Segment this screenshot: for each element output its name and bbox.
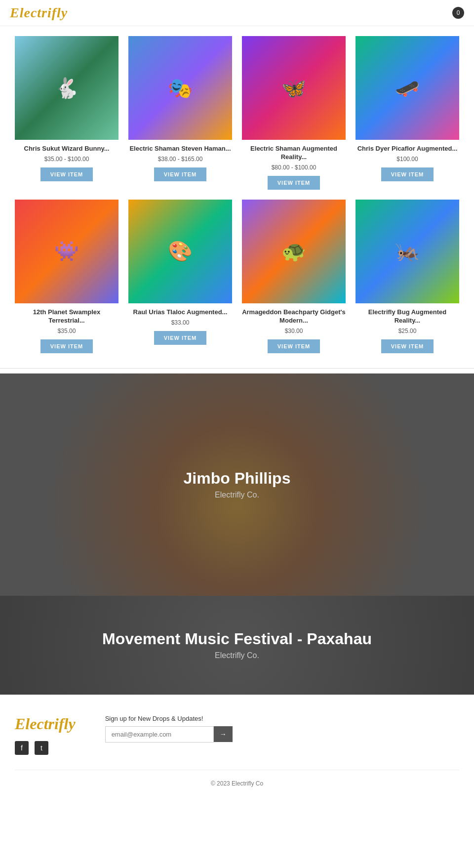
product-price: $38.00 - $165.00: [158, 156, 203, 163]
product-price: $100.00: [396, 156, 418, 163]
product-price: $30.00: [285, 328, 303, 334]
footer-logo: Electrifly: [15, 715, 76, 733]
view-item-button[interactable]: VIEW ITEM: [40, 167, 93, 181]
product-image-placeholder: 🦋: [242, 36, 346, 140]
products-section: 🐇 Chris Sukut Wizard Bunny... $35.00 - $…: [0, 26, 474, 363]
footer-top: Electrifly f t Sign up for New Drops & U…: [15, 715, 459, 755]
cart-badge[interactable]: 0: [452, 7, 464, 19]
cart-count: 0: [457, 9, 460, 16]
logo[interactable]: Electrifly: [10, 5, 68, 21]
product-image: 👾: [15, 200, 118, 303]
products-grid: 🐇 Chris Sukut Wizard Bunny... $35.00 - $…: [15, 36, 459, 353]
product-title: Electric Shaman Steven Haman...: [129, 145, 231, 153]
banner-jimbo-subtitle: Electrifly Co.: [215, 491, 259, 499]
site-footer: Electrifly f t Sign up for New Drops & U…: [0, 695, 474, 797]
product-price: $35.00: [58, 328, 76, 334]
product-image-placeholder: 🦗: [356, 200, 459, 303]
product-title: Electric Shaman Augmented Reality...: [242, 145, 346, 162]
signup-label: Sign up for New Drops & Updates!: [105, 715, 233, 722]
product-price: $33.00: [171, 319, 190, 326]
footer-signup: Sign up for New Drops & Updates! →: [105, 715, 233, 743]
view-item-button[interactable]: VIEW ITEM: [268, 339, 320, 353]
banner-movement: Movement Music Festival - Paxahau Electr…: [0, 596, 474, 695]
view-item-button[interactable]: VIEW ITEM: [381, 167, 434, 181]
product-price: $80.00 - $100.00: [272, 164, 316, 171]
product-title: Chris Sukut Wizard Bunny...: [24, 145, 110, 153]
twitter-icon[interactable]: t: [35, 741, 48, 755]
copyright: © 2023 Electrifly Co: [15, 770, 459, 787]
view-item-button[interactable]: VIEW ITEM: [40, 339, 93, 353]
site-header: Electrifly 0: [0, 0, 474, 26]
product-card: 🎨 Raul Urias Tlaloc Augmented... $33.00 …: [128, 200, 232, 353]
product-image-placeholder: 🐢: [242, 200, 346, 303]
product-image: 🎭: [128, 36, 232, 140]
view-item-button[interactable]: VIEW ITEM: [154, 331, 206, 345]
product-card: 🐢 Armageddon Beachparty Gidget's Modern.…: [242, 200, 346, 353]
logo-text: Electrifly: [10, 5, 68, 20]
product-image-placeholder: 👾: [15, 200, 118, 303]
product-image: 🛹: [356, 36, 459, 140]
view-item-button[interactable]: VIEW ITEM: [154, 167, 206, 181]
product-image-placeholder: 🎭: [128, 36, 232, 140]
product-image-placeholder: 🐇: [15, 36, 118, 140]
email-input[interactable]: [105, 726, 214, 743]
product-image-placeholder: 🎨: [128, 200, 232, 303]
product-image: 🐇: [15, 36, 118, 140]
product-price: $25.00: [398, 328, 417, 334]
section-divider: [0, 368, 474, 369]
product-image: 🐢: [242, 200, 346, 303]
email-submit-button[interactable]: →: [214, 726, 233, 742]
product-image: 🦗: [356, 200, 459, 303]
banner-jimbo: Jimbo Phillips Electrifly Co.: [0, 373, 474, 596]
facebook-icon[interactable]: f: [15, 741, 29, 755]
product-image: 🦋: [242, 36, 346, 140]
email-form: →: [105, 726, 233, 743]
product-card: 👾 12th Planet Swamplex Terrestrial... $3…: [15, 200, 118, 353]
product-card: 🐇 Chris Sukut Wizard Bunny... $35.00 - $…: [15, 36, 118, 190]
product-title: Raul Urias Tlaloc Augmented...: [133, 308, 228, 317]
banner-movement-subtitle: Electrifly Co.: [215, 651, 259, 660]
product-title: Chris Dyer Picaflor Augmented...: [357, 145, 458, 153]
footer-social: f t: [15, 741, 76, 755]
footer-logo-container: Electrifly f t: [15, 715, 76, 755]
product-image-placeholder: 🛹: [356, 36, 459, 140]
view-item-button[interactable]: VIEW ITEM: [268, 176, 320, 190]
product-card: 🛹 Chris Dyer Picaflor Augmented... $100.…: [356, 36, 459, 190]
view-item-button[interactable]: VIEW ITEM: [381, 339, 434, 353]
banner-jimbo-title: Jimbo Phillips: [184, 469, 291, 488]
product-title: 12th Planet Swamplex Terrestrial...: [15, 308, 118, 325]
product-card: 🦗 Electrifly Bug Augmented Reality... $2…: [356, 200, 459, 353]
product-image: 🎨: [128, 200, 232, 303]
product-card: 🦋 Electric Shaman Augmented Reality... $…: [242, 36, 346, 190]
product-title: Armageddon Beachparty Gidget's Modern...: [242, 308, 346, 325]
banner-movement-title: Movement Music Festival - Paxahau: [102, 630, 372, 648]
product-title: Electrifly Bug Augmented Reality...: [356, 308, 459, 325]
product-price: $35.00 - $100.00: [44, 156, 89, 163]
product-card: 🎭 Electric Shaman Steven Haman... $38.00…: [128, 36, 232, 190]
